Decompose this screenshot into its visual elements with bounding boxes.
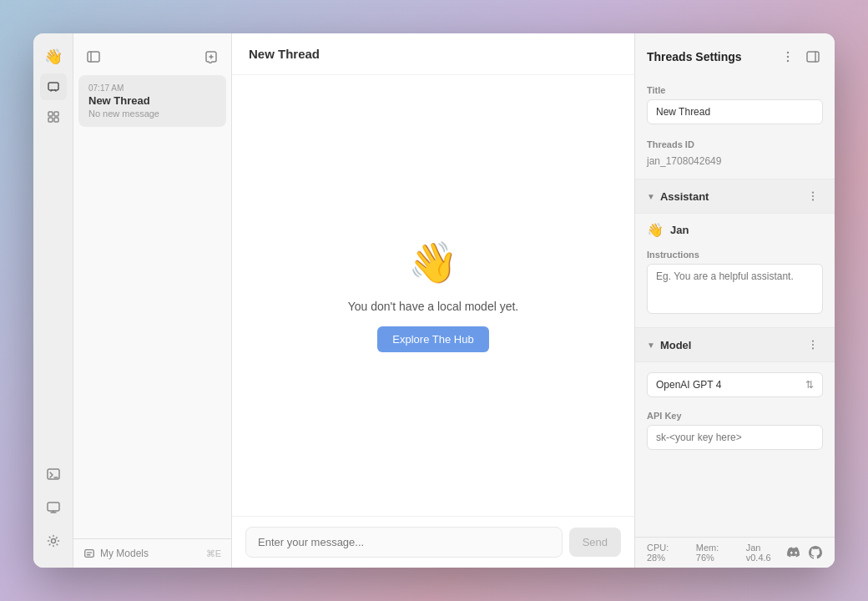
more-options-icon[interactable] bbox=[778, 47, 798, 67]
api-key-label: API Key bbox=[647, 411, 823, 421]
settings-body: Title Threads ID jan_1708042649 ▼ Assist… bbox=[635, 75, 835, 537]
model-section-header[interactable]: ▼ Model bbox=[635, 327, 835, 362]
sidebar-icon-settings[interactable] bbox=[40, 528, 67, 554]
svg-rect-9 bbox=[85, 550, 94, 558]
status-bar: CPU: 28% Mem: 76% Jan v0.4.6 bbox=[635, 537, 835, 568]
sidebar: 👋 bbox=[33, 33, 73, 568]
thread-time: 07:17 AM bbox=[88, 83, 216, 93]
svg-point-17 bbox=[812, 341, 814, 342]
title-label: Title bbox=[647, 85, 823, 95]
svg-rect-2 bbox=[54, 112, 58, 116]
api-key-input[interactable] bbox=[647, 425, 823, 450]
discord-icon[interactable] bbox=[786, 545, 801, 560]
cpu-status: CPU: 28% bbox=[647, 543, 688, 563]
thread-name: New Thread bbox=[88, 94, 216, 107]
model-select[interactable]: OpenAI GPT 4 ⇅ bbox=[647, 372, 823, 397]
threads-id-label: Threads ID bbox=[647, 139, 823, 149]
empty-state-text: You don't have a local model yet. bbox=[348, 300, 519, 313]
svg-point-14 bbox=[812, 192, 814, 194]
settings-panel: Threads Settings bbox=[634, 33, 835, 568]
thread-item[interactable]: 07:17 AM New Thread No new message bbox=[78, 75, 226, 127]
thread-list-panel: 07:17 AM New Thread No new message My Mo… bbox=[73, 33, 232, 568]
svg-rect-1 bbox=[48, 112, 53, 116]
svg-point-16 bbox=[812, 199, 814, 200]
collapse-settings-icon[interactable] bbox=[803, 47, 823, 67]
svg-point-12 bbox=[787, 60, 789, 62]
my-models-button[interactable]: My Models ⌘E bbox=[73, 538, 231, 568]
svg-point-10 bbox=[787, 52, 789, 53]
version-status: Jan v0.4.6 bbox=[746, 543, 786, 563]
svg-rect-13 bbox=[807, 52, 819, 62]
model-select-section: OpenAI GPT 4 ⇅ bbox=[635, 366, 835, 404]
github-icon[interactable] bbox=[808, 545, 823, 560]
model-select-arrows-icon: ⇅ bbox=[805, 379, 814, 391]
thread-preview: No new message bbox=[88, 109, 216, 119]
toggle-sidebar-icon[interactable] bbox=[83, 47, 103, 67]
model-section-title: Model bbox=[660, 339, 692, 351]
assistant-emoji: 👋 bbox=[647, 222, 664, 238]
svg-point-7 bbox=[51, 539, 55, 543]
sidebar-icon-hand[interactable]: 👋 bbox=[40, 43, 67, 70]
instructions-label: Instructions bbox=[647, 250, 823, 260]
mem-status: Mem: 76% bbox=[696, 543, 738, 563]
assistant-chevron-icon: ▼ bbox=[647, 192, 655, 201]
status-left: CPU: 28% Mem: 76% Jan v0.4.6 bbox=[647, 543, 786, 563]
my-models-shortcut: ⌘E bbox=[206, 548, 221, 559]
main-chat: New Thread 👋 You don't have a local mode… bbox=[232, 33, 634, 568]
sidebar-icon-terminal[interactable] bbox=[40, 461, 67, 487]
assistant-row: 👋 Jan bbox=[635, 217, 835, 243]
assistant-section-title: Assistant bbox=[660, 190, 709, 203]
svg-rect-8 bbox=[88, 52, 99, 62]
assistant-section-header[interactable]: ▼ Assistant bbox=[635, 179, 835, 214]
svg-point-18 bbox=[812, 344, 814, 346]
message-input[interactable] bbox=[245, 527, 563, 558]
chat-body: 👋 You don't have a local model yet. Expl… bbox=[232, 75, 634, 516]
settings-title: Threads Settings bbox=[647, 50, 742, 63]
app-window: 👋 bbox=[33, 33, 835, 568]
model-select-label: OpenAI GPT 4 bbox=[656, 379, 722, 391]
model-more-icon[interactable] bbox=[803, 335, 823, 355]
title-input[interactable] bbox=[647, 99, 823, 124]
svg-rect-6 bbox=[48, 503, 59, 511]
sidebar-icon-monitor[interactable] bbox=[40, 494, 67, 521]
svg-rect-0 bbox=[48, 83, 58, 90]
my-models-label: My Models bbox=[100, 548, 149, 559]
explore-hub-button[interactable]: Explore The Hub bbox=[377, 326, 488, 352]
svg-rect-4 bbox=[54, 118, 58, 122]
sidebar-bottom bbox=[40, 461, 67, 558]
settings-header: Threads Settings bbox=[635, 33, 835, 75]
thread-list-header bbox=[73, 33, 231, 73]
status-right bbox=[786, 545, 823, 560]
svg-rect-3 bbox=[48, 118, 53, 122]
threads-id-section: Threads ID jan_1708042649 bbox=[635, 133, 835, 175]
sidebar-icon-chat[interactable] bbox=[40, 73, 67, 100]
send-button[interactable]: Send bbox=[569, 528, 621, 557]
sidebar-icon-grid[interactable] bbox=[40, 104, 67, 130]
instructions-input[interactable] bbox=[647, 264, 823, 314]
threads-id-value: jan_1708042649 bbox=[647, 154, 823, 169]
assistant-more-icon[interactable] bbox=[803, 186, 823, 206]
title-section: Title bbox=[635, 78, 835, 133]
svg-point-11 bbox=[787, 56, 789, 58]
assistant-name: Jan bbox=[670, 224, 689, 236]
api-key-section: API Key bbox=[635, 404, 835, 458]
chat-header: New Thread bbox=[232, 33, 634, 75]
model-chevron-icon: ▼ bbox=[647, 341, 655, 350]
new-thread-icon[interactable] bbox=[201, 47, 221, 67]
chat-input-area: Send bbox=[232, 516, 634, 568]
instructions-section: Instructions bbox=[635, 243, 835, 324]
waving-hand-icon: 👋 bbox=[408, 240, 458, 286]
settings-header-icons bbox=[778, 47, 823, 67]
svg-point-15 bbox=[812, 195, 814, 197]
chat-title: New Thread bbox=[249, 47, 320, 61]
svg-point-19 bbox=[812, 347, 814, 349]
